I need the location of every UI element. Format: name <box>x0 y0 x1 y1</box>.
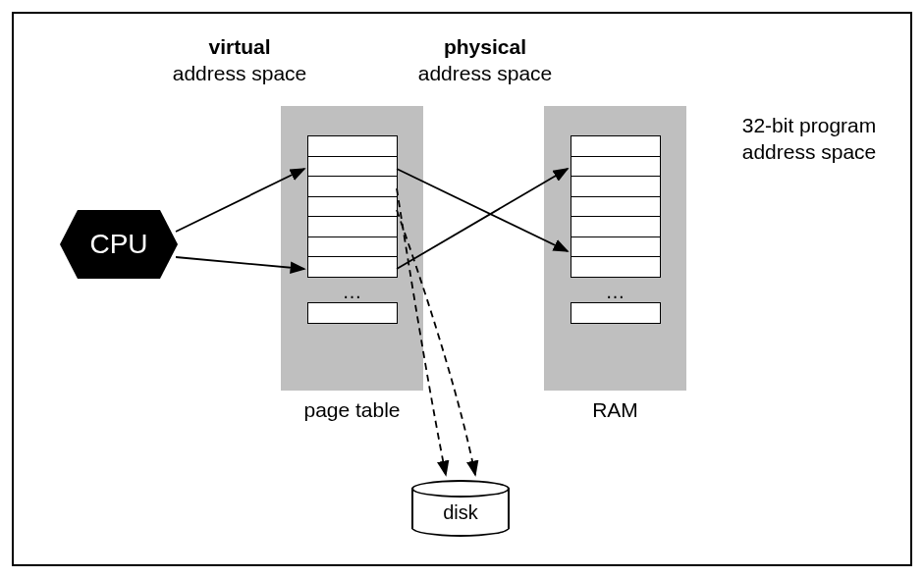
disk-label: disk <box>411 501 510 524</box>
ellipsis: … <box>606 278 625 303</box>
ram-row <box>571 135 661 157</box>
cpu-label: CPU <box>89 229 147 260</box>
side-label: 32-bit program address space <box>721 112 897 166</box>
ram-row <box>571 302 661 324</box>
ram-block: … <box>544 106 686 391</box>
side-line2: address space <box>742 140 877 163</box>
disk-node: disk <box>411 480 510 537</box>
ram-row <box>571 216 661 237</box>
side-line1: 32-bit program <box>742 114 877 136</box>
ram-row <box>571 176 661 197</box>
ram-row <box>571 236 661 258</box>
page-table-row <box>307 156 398 178</box>
ram-label: RAM <box>544 398 686 422</box>
virtual-bold: virtual <box>208 35 270 58</box>
virtual-heading: virtual address space <box>151 33 328 87</box>
page-table-label: page table <box>281 398 423 422</box>
page-table-row <box>307 256 398 278</box>
virtual-sub: address space <box>173 62 307 84</box>
diagram-frame: virtual address space physical address s… <box>12 12 912 566</box>
ram-row <box>571 196 661 218</box>
page-table-row <box>307 236 398 258</box>
page-table-block: … <box>281 106 423 391</box>
ram-row <box>571 256 661 278</box>
physical-sub: address space <box>418 62 553 84</box>
page-table-row <box>307 216 398 237</box>
ellipsis: … <box>343 278 362 303</box>
page-table-row <box>307 135 398 157</box>
page-table-row <box>307 302 398 324</box>
physical-heading: physical address space <box>397 33 573 87</box>
page-table-row <box>307 196 398 218</box>
physical-bold: physical <box>444 35 526 58</box>
ram-row <box>571 156 661 178</box>
page-table-row <box>307 176 398 197</box>
cpu-node: CPU <box>60 210 178 279</box>
